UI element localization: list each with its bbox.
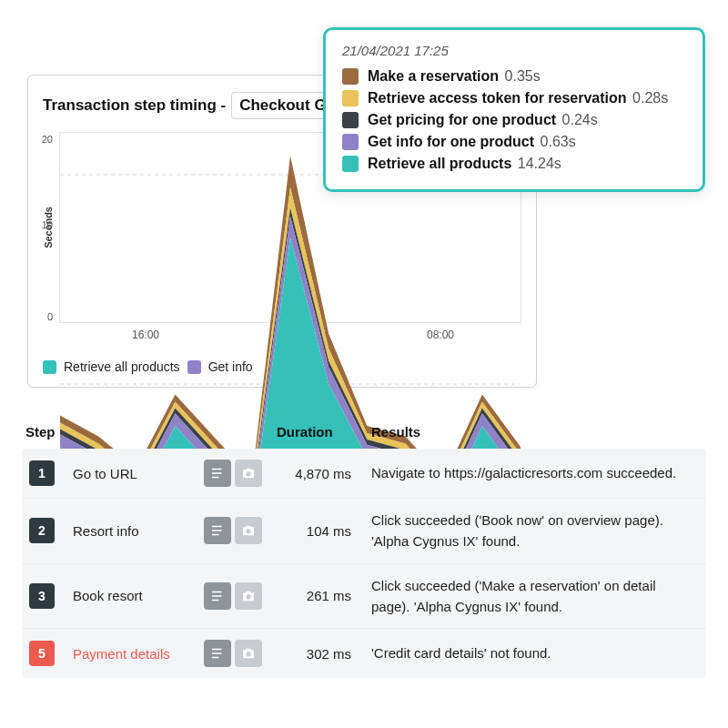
table-row: 3Book resort261 msClick succeeded ('Make… [22,564,706,630]
tooltip-label: Retrieve all products [368,156,511,171]
tooltip-value: 0.28s [632,90,668,106]
legend-swatch [43,360,56,374]
camera-icon[interactable] [235,517,262,544]
table-row: 1Go to URL4,870 msNavigate to https://ga… [22,449,706,499]
step-duration: 261 ms [277,588,368,603]
svg-rect-10 [212,600,219,602]
step-actions [204,517,273,544]
step-duration: 104 ms [277,523,368,539]
tooltip-value: 14.24s [518,156,561,171]
camera-icon[interactable] [235,640,262,667]
y-tick: 0 [47,311,58,322]
step-number-badge: 3 [29,583,55,609]
log-icon[interactable] [204,517,231,544]
svg-rect-12 [212,652,222,654]
tooltip-row: Make a reservation 0.35s [342,66,686,87]
step-result: Click succeeded ('Make a reservation' on… [371,575,706,618]
svg-rect-11 [212,649,222,651]
step-actions [204,640,273,667]
step-duration: 4,870 ms [277,466,368,481]
tooltip-label: Retrieve access token for reservation [368,90,627,106]
log-icon[interactable] [204,640,231,667]
step-result: Navigate to https://galacticresorts.com … [371,462,706,483]
svg-rect-4 [212,477,219,479]
tooltip-swatch [342,90,359,106]
tooltip-row: Retrieve all products 14.24s [342,153,686,175]
tooltip-swatch [342,156,359,172]
step-actions [204,582,273,610]
col-results: Results [371,424,706,440]
svg-rect-8 [212,592,222,593]
tooltip-datetime: 21/04/2021 17:25 [342,43,686,58]
tooltip-swatch [342,68,359,85]
y-tick: 20 [42,134,58,145]
step-result: Click succeeded ('Book now' on overview … [371,510,706,552]
tooltip-row: Get info for one product 0.63s [342,131,686,153]
log-icon[interactable] [204,460,231,487]
svg-rect-6 [212,531,222,532]
camera-icon[interactable] [235,582,262,610]
step-name: Go to URL [73,466,200,481]
step-result: 'Credit card details' not found. [371,642,706,663]
col-duration: Duration [277,424,368,440]
col-step: Step [25,424,200,440]
tooltip-label: Make a reservation [368,68,499,84]
table-row: 2Resort info104 msClick succeeded ('Book… [22,499,706,564]
svg-rect-13 [212,657,219,659]
tooltip-value: 0.35s [505,68,541,84]
table-row: 5Payment details302 ms'Credit card detai… [22,629,706,678]
tooltip-label: Get pricing for one product [368,112,556,127]
tooltip-value: 0.63s [541,134,576,149]
step-name: Payment details [73,646,200,662]
log-icon[interactable] [204,582,231,610]
tooltip-swatch [342,134,359,150]
svg-rect-7 [212,534,219,536]
tooltip-value: 0.24s [562,112,598,127]
tooltip-row: Retrieve access token for reservation 0.… [342,87,686,109]
svg-rect-5 [212,526,222,528]
table-body: 1Go to URL4,870 msNavigate to https://ga… [22,449,706,678]
tooltip-row: Get pricing for one product 0.24s [342,109,686,131]
chart-tooltip: 21/04/2021 17:25 Make a reservation 0.35… [323,27,705,192]
y-tick: 10 [42,219,58,230]
step-number-badge: 2 [29,518,55,543]
step-number-badge: 5 [29,641,55,666]
svg-rect-3 [212,472,222,474]
svg-rect-2 [212,469,222,470]
step-name: Book resort [73,588,200,603]
tooltip-swatch [342,112,359,128]
step-number-badge: 1 [29,460,55,486]
table-header: Step Duration Results [22,415,706,449]
steps-section: Step Duration Results 1Go to URL4,870 ms… [22,415,706,678]
step-name: Resort info [73,523,200,539]
step-duration: 302 ms [277,646,368,662]
chart-title: Transaction step timing - [43,96,226,115]
tooltip-label: Get info for one product [368,134,534,149]
svg-rect-9 [212,595,222,597]
camera-icon[interactable] [235,460,262,487]
step-actions [204,460,273,487]
